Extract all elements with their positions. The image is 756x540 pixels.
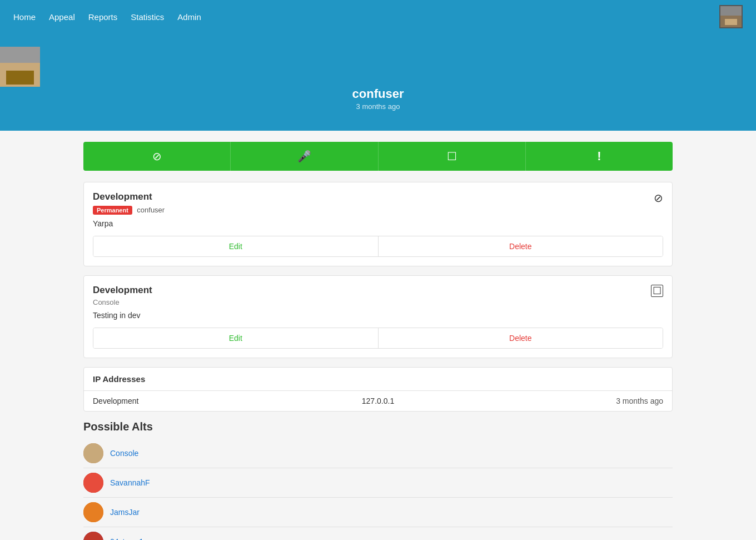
hero-section: confuser 3 months ago	[0, 33, 756, 131]
ip-row-1: Development 127.0.0.1 3 months ago	[84, 391, 672, 411]
alt-avatar-console	[83, 443, 103, 463]
hero-username: confuser	[0, 87, 756, 101]
alts-section: Possible Alts Console SavannahF JamsJar …	[83, 420, 673, 540]
ban-card-1-delete[interactable]: Delete	[379, 236, 663, 256]
note-icon: ☐	[447, 150, 457, 163]
ip-address: 127.0.0.1	[283, 397, 473, 405]
ban-type-icon: ⊘	[654, 191, 663, 205]
alt-item-console[interactable]: Console	[83, 439, 673, 468]
ban-card-1-edit[interactable]: Edit	[93, 236, 379, 256]
alt-link-04stewe1[interactable]: 04stewe1	[110, 537, 143, 540]
hero-time: 3 months ago	[0, 102, 756, 111]
alt-link-console[interactable]: Console	[110, 449, 138, 458]
nav-statistics[interactable]: Statistics	[131, 12, 164, 22]
alt-link-jamsjar[interactable]: JamsJar	[110, 508, 140, 517]
ban-card-2-edit[interactable]: Edit	[93, 328, 379, 348]
ban-card-2-info: Development Console Testing in dev	[93, 285, 152, 320]
mute-icon: 🎤	[297, 150, 311, 163]
ban-card-2-server: Development	[93, 285, 152, 296]
ip-table: IP Addresses Development 127.0.0.1 3 mon…	[83, 367, 673, 412]
ban-card-2-delete[interactable]: Delete	[379, 328, 663, 348]
action-ban[interactable]: ⊘	[83, 142, 231, 171]
ban-icon: ⊘	[152, 150, 162, 163]
action-warn[interactable]: !	[526, 142, 673, 171]
alt-link-savannahf[interactable]: SavannahF	[110, 478, 150, 487]
nav-admin[interactable]: Admin	[177, 12, 201, 22]
alt-item-jamsjar[interactable]: JamsJar	[83, 498, 673, 527]
ban-card-1-meta: Permanent confuser	[93, 205, 165, 215]
alts-title: Possible Alts	[83, 420, 673, 433]
nav-appeal[interactable]: Appeal	[49, 12, 75, 22]
ban-card-1-reason: Yarpa	[93, 219, 165, 228]
ban-card-2: Development Console Testing in dev ☐ Edi…	[83, 275, 673, 358]
ban-card-1-header: Development Permanent confuser Yarpa ⊘	[93, 191, 663, 228]
navbar: Home Appeal Reports Statistics Admin	[0, 0, 756, 33]
action-note[interactable]: ☐	[379, 142, 526, 171]
nav-user-avatar[interactable]	[719, 5, 743, 28]
alt-avatar-04stewe1	[83, 532, 103, 540]
hero-avatar	[0, 47, 40, 87]
warn-icon: !	[597, 149, 601, 164]
alt-item-savannahf[interactable]: SavannahF	[83, 468, 673, 498]
note-type-icon: ☐	[651, 285, 663, 297]
ban-card-2-header: Development Console Testing in dev ☐	[93, 285, 663, 320]
ip-table-title: IP Addresses	[84, 368, 672, 391]
ban-card-1-actions: Edit Delete	[93, 236, 663, 257]
action-mute[interactable]: 🎤	[231, 142, 378, 171]
ban-badge: Permanent	[93, 206, 132, 215]
main-content: ⊘ 🎤 ☐ ! Development Permanent confuser Y…	[72, 131, 684, 540]
ip-time: 3 months ago	[473, 397, 663, 405]
ban-card-2-reason: Testing in dev	[93, 311, 152, 320]
nav-home[interactable]: Home	[13, 12, 36, 22]
alt-avatar-jamsjar	[83, 502, 103, 522]
nav-links: Home Appeal Reports Statistics Admin	[13, 12, 201, 22]
ban-card-1-server: Development	[93, 191, 165, 202]
nav-reports[interactable]: Reports	[88, 12, 118, 22]
ban-card-2-by: Console	[93, 298, 152, 306]
ban-card-1: Development Permanent confuser Yarpa ⊘ E…	[83, 182, 673, 266]
ip-server: Development	[93, 397, 283, 405]
alt-item-04stewe1[interactable]: 04stewe1	[83, 527, 673, 540]
ban-card-2-actions: Edit Delete	[93, 328, 663, 349]
action-bar: ⊘ 🎤 ☐ !	[83, 142, 673, 171]
ban-card-1-info: Development Permanent confuser Yarpa	[93, 191, 165, 228]
alt-avatar-savannahf	[83, 473, 103, 493]
ban-card-1-by: confuser	[137, 206, 165, 214]
